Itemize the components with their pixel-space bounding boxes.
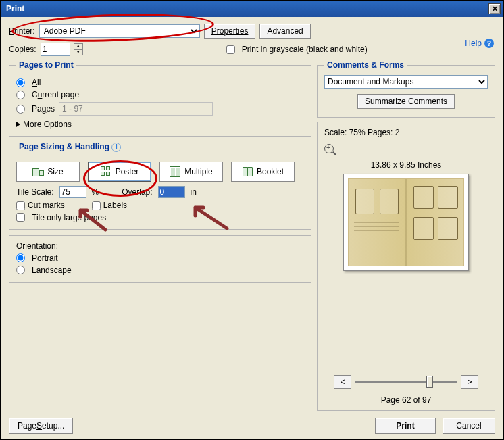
labels-checkbox[interactable] (92, 201, 101, 210)
print-dialog: Print ✕ Help ? Printer: Adobe PDF Proper… (0, 0, 504, 440)
grayscale-checkbox[interactable] (226, 45, 235, 54)
grayscale-label: Print in grayscale (black and white) (242, 45, 368, 54)
page-sizing-legend: Page Sizing & Handling i (16, 142, 124, 152)
pages-to-print-group: Pages to Print All Current page Pages Mo… (9, 60, 311, 137)
booklet-button[interactable]: Booklet (231, 162, 295, 182)
printer-label: Printer: (9, 26, 35, 36)
more-options-toggle[interactable]: More Options (16, 120, 304, 129)
radio-all[interactable] (16, 78, 25, 87)
radio-current[interactable] (16, 91, 25, 99)
close-button[interactable]: ✕ (488, 3, 501, 14)
tile-only-checkbox[interactable] (16, 213, 25, 222)
zoom-in-icon[interactable] (324, 144, 334, 153)
radio-all-label: All (32, 78, 41, 87)
overlap-label: Overlap: (122, 187, 152, 197)
copies-label: Copies: (9, 45, 36, 54)
landscape-label: Landscape (32, 266, 72, 275)
help-label: Help (465, 39, 482, 48)
advanced-button[interactable]: Advanced (259, 24, 310, 39)
cutmarks-label: Cut marks (28, 201, 65, 210)
titlebar[interactable]: Print ✕ (1, 1, 503, 17)
poster-button[interactable]: Poster (88, 162, 151, 182)
pages-to-print-legend: Pages to Print (16, 60, 76, 70)
labels-label: Labels (103, 201, 127, 210)
preview-dimensions: 13.86 x 9.85 Inches (371, 160, 442, 170)
sizing-buttons: Size Poster Multiple Booklet (16, 162, 304, 182)
orientation-group: Orientation: Portrait Landscape (9, 235, 311, 283)
dialog-content: Help ? Printer: Adobe PDF Properties Adv… (1, 17, 503, 439)
properties-button[interactable]: Properties (204, 24, 256, 39)
help-link[interactable]: Help ? (465, 39, 494, 48)
preview-image (343, 174, 469, 271)
triangle-right-icon (16, 122, 20, 127)
preview-panel: Scale: 75% Pages: 2 13.86 x 9.85 Inches (317, 122, 495, 411)
next-page-button[interactable]: > (461, 375, 478, 389)
radio-pages-label: Pages (32, 104, 55, 114)
tile-scale-label: Tile Scale: (16, 187, 54, 197)
help-icon: ? (484, 39, 494, 48)
info-icon[interactable]: i (111, 143, 121, 152)
size-button[interactable]: Size (16, 162, 80, 182)
copies-input[interactable] (41, 43, 70, 56)
tile-only-label: Tile only large pages (32, 213, 106, 222)
printer-select[interactable]: Adobe PDF (39, 24, 200, 38)
radio-current-label: Current page (32, 90, 79, 99)
comments-forms-legend: Comments & Forms (324, 60, 407, 70)
overlap-input[interactable] (158, 186, 185, 198)
radio-landscape[interactable] (16, 266, 25, 274)
radio-portrait[interactable] (16, 253, 25, 262)
right-column: Comments & Forms Document and Markups Su… (317, 60, 495, 411)
page-sizing-group: Page Sizing & Handling i Size Poster Mul… (9, 142, 311, 230)
tile-scale-input[interactable] (59, 186, 86, 198)
window-title: Print (3, 4, 24, 14)
comments-forms-group: Comments & Forms Document and Markups Su… (317, 60, 495, 118)
prev-page-button[interactable]: < (334, 375, 351, 389)
page-slider[interactable] (355, 381, 457, 383)
bottom-bar: Page Setup... Print Cancel (9, 415, 495, 434)
cutmarks-checkbox[interactable] (16, 201, 25, 210)
copies-row: Copies: ▲▼ Print in grayscale (black and… (9, 43, 495, 56)
comments-select[interactable]: Document and Markups (324, 75, 488, 89)
cancel-button[interactable]: Cancel (443, 418, 495, 434)
pages-range-input[interactable] (59, 102, 213, 116)
left-column: Pages to Print All Current page Pages Mo… (9, 60, 311, 411)
booklet-icon (242, 166, 253, 177)
summarize-button[interactable]: Summarize Comments (357, 94, 455, 109)
portrait-label: Portrait (32, 253, 58, 263)
tile-overlap-row: Tile Scale: % Overlap: in (16, 186, 304, 198)
radio-pages[interactable] (16, 105, 25, 114)
page-info: Page 62 of 97 (381, 395, 432, 405)
orientation-legend: Orientation: (16, 241, 304, 251)
preview-status: Scale: 75% Pages: 2 (324, 128, 488, 137)
printer-row: Printer: Adobe PDF Properties Advanced (9, 24, 495, 39)
page-setup-button[interactable]: Page Setup... (9, 418, 73, 434)
print-button[interactable]: Print (375, 418, 436, 434)
preview-nav: < > (324, 375, 488, 389)
copies-spinner[interactable]: ▲▼ (74, 43, 83, 55)
multiple-button[interactable]: Multiple (159, 162, 223, 182)
multiple-icon (170, 166, 180, 177)
poster-icon (101, 166, 111, 177)
main-columns: Pages to Print All Current page Pages Mo… (9, 60, 495, 411)
size-icon (32, 166, 43, 177)
